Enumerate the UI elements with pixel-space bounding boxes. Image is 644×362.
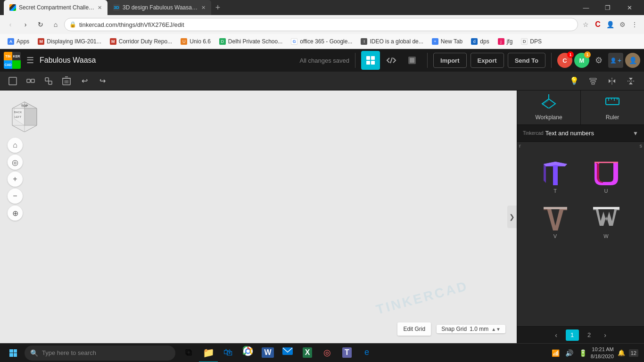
shape-T[interactable]: T xyxy=(532,155,579,197)
redo-button[interactable]: ↪ xyxy=(95,74,109,88)
notification-badge-2[interactable]: M 1 xyxy=(574,53,589,68)
bookmark-newtab[interactable]: + New Tab xyxy=(428,37,466,46)
tab-active[interactable]: Secret Compartment Challenge ✕ xyxy=(4,0,107,15)
group-button[interactable] xyxy=(24,74,38,88)
notification-badge-1[interactable]: C 1 xyxy=(557,53,572,68)
taskbar-explorer[interactable]: 📁 xyxy=(199,344,218,362)
prev-page-button[interactable]: ‹ xyxy=(551,329,562,341)
snap-grid-control: Snap Grid 1.0 mm ▲▼ xyxy=(437,325,505,333)
ideo-icon: I xyxy=(361,38,367,45)
bookmark-label-4: Delhi Private Schoo... xyxy=(228,38,282,45)
3d-viewport[interactable]: TINKERCAD TOP BACK LEFT xyxy=(0,90,517,343)
page-1-button[interactable]: 1 xyxy=(566,329,579,341)
bookmark-office365[interactable]: G office 365 - Google... xyxy=(287,37,356,46)
profile-icon[interactable]: 👤 xyxy=(604,19,616,30)
flip-button[interactable] xyxy=(623,74,638,89)
settings-icon-header[interactable]: ⚙ xyxy=(591,53,606,68)
taskbar-word[interactable]: W xyxy=(258,344,277,362)
settings-icon[interactable]: ⚙ xyxy=(617,19,628,30)
more-icon[interactable]: ⋮ xyxy=(629,19,640,30)
taskbar-store[interactable]: 🛍 xyxy=(219,344,238,362)
add-user-button[interactable]: 👤+ xyxy=(608,53,623,68)
bookmark-dps2[interactable]: D DPS xyxy=(517,37,545,46)
tab-close-2[interactable]: ✕ xyxy=(201,5,206,11)
shape-W[interactable]: W xyxy=(583,200,630,242)
pagination: ‹ 1 2 › xyxy=(517,326,644,343)
menu-icon[interactable]: ☰ xyxy=(25,53,36,67)
shape-U[interactable]: U xyxy=(583,155,630,197)
page-2-button[interactable]: 2 xyxy=(583,329,596,341)
taskbar-search[interactable]: 🔍 Type here to search xyxy=(25,346,175,361)
taskbar-time-date[interactable]: 10:21 AM 8/18/2020 xyxy=(591,346,614,360)
address-actions: ☆ C 👤 ⚙ ⋮ xyxy=(580,19,640,30)
bookmark-apps[interactable]: A Apps xyxy=(4,37,33,46)
zoom-out-button[interactable]: − xyxy=(8,189,23,204)
codeblocks-button[interactable] xyxy=(382,51,401,70)
taskbar-edge[interactable]: e xyxy=(357,344,376,362)
forward-button[interactable]: › xyxy=(19,18,32,31)
snap-grid-arrows[interactable]: ▲▼ xyxy=(491,327,501,332)
mirror-button[interactable] xyxy=(604,74,619,89)
taskbar-taskview[interactable]: ⧉ xyxy=(179,344,198,362)
category-dropdown[interactable]: Tinkercad Text and numbers ▼ xyxy=(517,125,644,142)
bookmark-dps1[interactable]: d dps xyxy=(467,37,493,46)
home-button[interactable]: ⌂ xyxy=(49,18,62,31)
apps-icon: A xyxy=(8,38,14,45)
jfg-icon: j xyxy=(498,38,504,45)
taskbar-excel[interactable]: X xyxy=(298,344,317,362)
taskbar-mail[interactable] xyxy=(278,344,297,362)
undo-button[interactable]: ↩ xyxy=(77,74,91,88)
align-button[interactable] xyxy=(586,74,601,89)
workplane-button[interactable]: Workplane xyxy=(517,90,581,124)
shape-W-icon xyxy=(590,203,623,231)
taskbar-chrome[interactable] xyxy=(239,344,257,362)
new-workplane-button[interactable] xyxy=(6,74,20,88)
note-button[interactable]: 💡 xyxy=(567,74,582,89)
bookmark-jfg[interactable]: j jfg xyxy=(494,37,517,46)
new-tab-button[interactable]: + xyxy=(211,1,224,14)
address-field[interactable]: 🔒 tinkercad.com/things/dhVfiX276EJ/edit xyxy=(64,18,578,31)
extensions-icon[interactable]: C xyxy=(592,19,603,30)
back-button[interactable]: ‹ xyxy=(4,18,17,31)
svg-point-123 xyxy=(247,350,250,353)
delete-button[interactable] xyxy=(59,74,74,88)
grid-view-button[interactable] xyxy=(361,51,380,70)
bookmark-ideo[interactable]: I IDEO is a global de... xyxy=(357,37,427,46)
google-icon: G xyxy=(291,38,297,45)
zoom-in-button[interactable]: + xyxy=(8,172,23,187)
maximize-button[interactable]: ❐ xyxy=(597,0,619,15)
tab-inactive[interactable]: 3D 3D design Fabulous Waasa | Tink... ✕ xyxy=(107,0,211,15)
user-avatar[interactable]: 👤 xyxy=(625,53,640,68)
bookmark-unio[interactable]: U Unio 6.6 xyxy=(177,37,215,46)
taskview-icon: ⧉ xyxy=(185,347,192,358)
bookmark-gmail-1[interactable]: M Displaying IMG-201... xyxy=(34,37,105,46)
ungroup-button[interactable] xyxy=(41,74,56,88)
battery-icon[interactable]: 🔋 xyxy=(577,347,589,359)
ruler-button[interactable]: Ruler xyxy=(581,90,644,124)
taskbar-teams[interactable]: T xyxy=(338,344,356,362)
bookmark-delhi[interactable]: D Delhi Private Schoo... xyxy=(215,37,286,46)
edit-grid-button[interactable]: Edit Grid xyxy=(397,322,431,336)
taskbar-app1[interactable]: ◎ xyxy=(318,344,337,362)
shape-V[interactable]: V xyxy=(532,200,579,242)
panel-collapse-arrow[interactable]: ❯ xyxy=(507,206,517,228)
close-button[interactable]: ✕ xyxy=(619,0,640,15)
refresh-button[interactable]: ↻ xyxy=(34,18,47,31)
sendto-button[interactable]: Send To xyxy=(508,53,545,68)
bookmark-icon[interactable]: ☆ xyxy=(580,19,591,30)
import-button[interactable]: Import xyxy=(433,53,466,68)
shape-W-label: W xyxy=(603,233,608,239)
next-page-button[interactable]: › xyxy=(600,329,611,341)
sound-icon[interactable]: 🔊 xyxy=(563,347,575,359)
notification-icon[interactable]: 🔔 xyxy=(616,347,627,358)
start-button[interactable] xyxy=(2,344,25,362)
export-button[interactable]: Export xyxy=(471,53,504,68)
edge-icon: e xyxy=(364,347,369,357)
design-name[interactable]: Fabulous Waasa xyxy=(40,56,296,65)
bookmark-gmail-2[interactable]: M Corridor Duty Repo... xyxy=(106,37,176,46)
navigate-button[interactable]: ⊕ xyxy=(8,206,23,221)
simulate-button[interactable] xyxy=(403,51,421,70)
minimize-button[interactable]: — xyxy=(575,0,597,15)
tab-close-1[interactable]: ✕ xyxy=(98,5,102,11)
network-icon[interactable]: 📶 xyxy=(550,347,561,359)
